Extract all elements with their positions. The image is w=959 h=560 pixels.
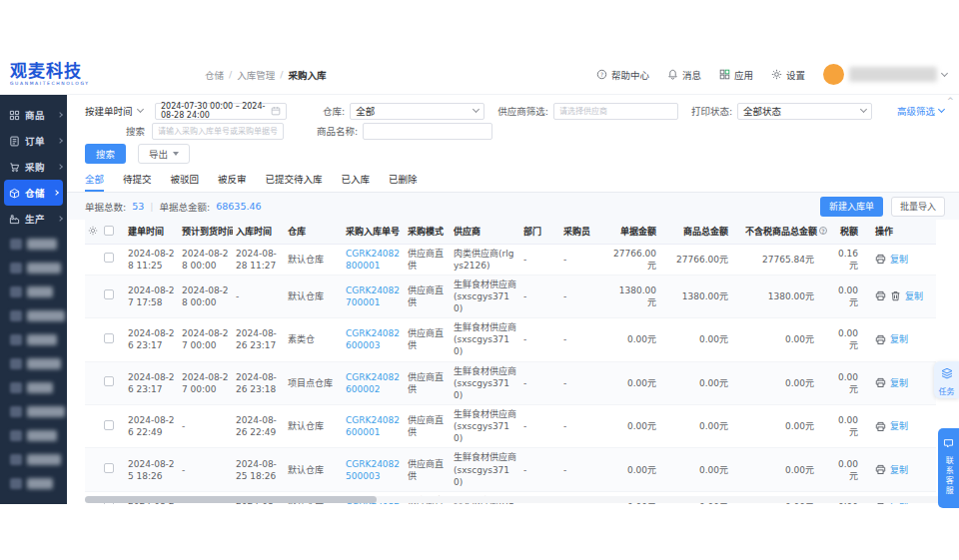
date-range-input[interactable]: 2024-07-30 00:00 – 2024-08-28 24:00	[155, 103, 287, 120]
cell: 27765.84元	[742, 244, 828, 275]
printer-icon[interactable]	[875, 254, 886, 265]
row-checkbox[interactable]	[104, 420, 114, 430]
cell: -	[560, 318, 608, 361]
cell: 2024-08-25 18:26	[233, 448, 285, 491]
cell: CGRK24082600002	[343, 361, 405, 404]
sidebar-item-masked[interactable]	[0, 280, 67, 303]
copy-link[interactable]: 复制	[890, 254, 908, 266]
info-icon[interactable]: ?	[819, 227, 827, 235]
breadcrumb-item[interactable]: 入库管理	[237, 68, 275, 82]
sidebar-item-masked[interactable]	[0, 423, 67, 447]
column-settings-icon[interactable]	[88, 226, 98, 236]
topbar-help[interactable]: ?帮助中心	[596, 68, 649, 82]
filter-panel: 按建单时间 2024-07-30 00:00 – 2024-08-28 24:0…	[67, 95, 959, 170]
scroll-up-icon[interactable]: ^	[947, 98, 955, 106]
print-status-label: 打印状态:	[691, 104, 732, 118]
row-checkbox[interactable]	[104, 463, 114, 473]
printer-icon[interactable]	[875, 464, 886, 475]
tab-已删除[interactable]: 已删除	[389, 172, 418, 192]
column-header: 入库时间	[233, 220, 285, 244]
app-icon	[719, 69, 730, 80]
product-name-input[interactable]	[363, 123, 492, 140]
sidebar-item-masked[interactable]	[0, 232, 67, 256]
sidebar-item-商品[interactable]: 商品	[0, 102, 67, 128]
printer-icon[interactable]	[875, 290, 886, 301]
sidebar-item-masked[interactable]	[0, 327, 67, 351]
user-menu[interactable]	[823, 64, 947, 85]
topbar-gear[interactable]: 设置	[771, 68, 805, 82]
sidebar-item-masked[interactable]	[0, 447, 67, 471]
copy-link[interactable]: 复制	[905, 290, 923, 302]
top-header: 观麦科技 GUANMAITECHNOLOGY 仓储/入库管理/采购入库 ?帮助中…	[0, 55, 959, 95]
topbar-item-label: 设置	[786, 68, 805, 82]
advanced-filter-link[interactable]: 高级筛选	[897, 104, 944, 118]
row-checkbox[interactable]	[104, 289, 114, 299]
printer-icon[interactable]	[875, 421, 886, 432]
topbar-item-label: 应用	[734, 68, 753, 82]
tab-已入库[interactable]: 已入库	[342, 172, 371, 192]
new-inbound-button[interactable]: 新建入库单	[820, 197, 883, 217]
row-checkbox[interactable]	[104, 333, 114, 343]
customer-service-fab[interactable]: 联系客服	[938, 428, 959, 508]
tab-被驳回[interactable]: 被驳回	[171, 172, 200, 192]
breadcrumb-item[interactable]: 仓储	[205, 68, 224, 82]
warehouse-select[interactable]: 全部	[350, 103, 484, 120]
cell: 0.00元	[608, 318, 670, 361]
row-checkbox[interactable]	[104, 376, 114, 386]
order-link[interactable]: CGRK24082700001	[346, 285, 400, 307]
order-link[interactable]: CGRK24082600003	[346, 328, 400, 350]
select-all-checkbox[interactable]	[104, 226, 114, 236]
order-link[interactable]: CGRK24082600002	[346, 372, 400, 394]
sidebar-item-仓储[interactable]: 仓储	[4, 180, 63, 206]
topbar-app[interactable]: 应用	[719, 68, 753, 82]
copy-link[interactable]: 复制	[890, 464, 908, 476]
export-button[interactable]: 导出	[138, 144, 190, 164]
supplier-input[interactable]	[553, 103, 678, 120]
tab-被反审[interactable]: 被反审	[218, 172, 247, 192]
cell: 供应商直供	[405, 275, 451, 317]
sidebar-item-masked[interactable]	[0, 399, 67, 423]
copy-link[interactable]: 复制	[890, 377, 908, 389]
tab-已提交待入库[interactable]: 已提交待入库	[266, 172, 323, 192]
cell: 供应商直供	[405, 405, 451, 448]
sidebar-item-masked[interactable]	[0, 256, 67, 280]
delete-icon[interactable]	[890, 290, 901, 301]
topbar-bell[interactable]: 消息	[667, 68, 701, 82]
cart-icon	[9, 162, 20, 173]
cell: 0.00元	[670, 361, 742, 404]
cell: -	[560, 448, 608, 491]
copy-link[interactable]: 复制	[890, 420, 908, 432]
order-link[interactable]: CGRK24082600001	[346, 415, 400, 437]
column-header: 采购模式	[405, 220, 451, 244]
sidebar-item-生产[interactable]: 生产	[0, 206, 67, 232]
scrollbar-thumb[interactable]	[85, 496, 377, 503]
search-input[interactable]	[152, 123, 284, 140]
cell: -	[560, 244, 608, 275]
sidebar-item-masked[interactable]	[0, 471, 67, 495]
row-checkbox[interactable]	[104, 253, 114, 263]
order-link[interactable]: CGRK24082800001	[346, 249, 400, 271]
printer-icon[interactable]	[875, 334, 886, 345]
print-status-select[interactable]: 全部状态	[737, 103, 872, 120]
printer-icon[interactable]	[875, 377, 886, 388]
batch-import-button[interactable]: 批量导入	[891, 197, 945, 217]
task-fab[interactable]: 任务	[934, 361, 959, 398]
tab-全部[interactable]: 全部	[85, 172, 104, 192]
sidebar-item-采购[interactable]: 采购	[0, 154, 67, 180]
order-link[interactable]: CGRK24082500003	[346, 459, 400, 481]
sidebar-item-masked[interactable]	[0, 375, 67, 399]
cell: 0.00元	[608, 361, 670, 404]
date-type-select[interactable]: 按建单时间	[85, 104, 147, 118]
copy-link[interactable]: 复制	[890, 333, 908, 345]
tab-待提交[interactable]: 待提交	[123, 172, 152, 192]
horizontal-scrollbar[interactable]	[85, 496, 944, 503]
cell: 默认仓库	[285, 405, 343, 448]
sidebar-item-label: 订单	[25, 134, 45, 148]
cell: -	[560, 275, 608, 317]
sidebar-item-masked[interactable]	[0, 303, 67, 327]
search-button[interactable]: 搜索	[85, 144, 126, 164]
column-header: 单据金额	[608, 220, 670, 244]
avatar[interactable]	[823, 64, 844, 85]
sidebar-item-masked[interactable]	[0, 351, 67, 375]
sidebar-item-订单[interactable]: 订单	[0, 128, 67, 154]
